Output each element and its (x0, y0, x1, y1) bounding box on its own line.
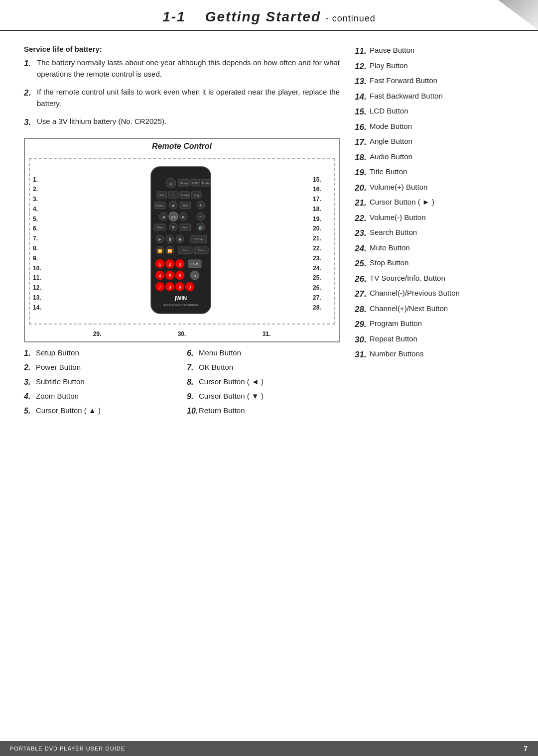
svg-text:↺: ↺ (193, 274, 196, 278)
svg-text:🔊: 🔊 (198, 225, 203, 230)
bottom-list-text-2: Power Button (36, 362, 81, 373)
right-list-num-6: 16. (355, 121, 370, 134)
right-list-num-21: 31. (355, 348, 370, 361)
right-list-num-8: 18. (355, 151, 370, 164)
svg-text:□: □ (172, 194, 174, 197)
bottom-list-text-4: Zoom Button (36, 391, 79, 402)
bottom-list-text-1: Setup Button (36, 347, 79, 359)
bottom-list-num-7: 7. (187, 362, 199, 374)
svg-text:▼: ▼ (171, 225, 176, 230)
right-list: 11.Pause Button12.Play Button13.Fast For… (355, 45, 514, 361)
svg-text:⏪: ⏪ (157, 248, 162, 253)
battery-item-3-num: 3. (24, 116, 37, 129)
svg-text:0: 0 (188, 285, 191, 290)
svg-text:5: 5 (168, 273, 171, 278)
svg-text:4: 4 (158, 273, 161, 278)
bottom-list-text-5: Cursor Button ( ▲ ) (36, 405, 101, 417)
svg-text:Ang: Ang (194, 194, 199, 197)
right-list-item-9: 19.Title Button (355, 166, 514, 179)
svg-text:JD-TV108 REMOTE CONTROL: JD-TV108 REMOTE CONTROL (163, 304, 198, 307)
bottom-list-text-9: Cursor Button ( ▼ ) (199, 391, 264, 402)
right-list-text-18: Channel(+)/Next Button (370, 303, 448, 315)
bottom-list-num-10: 10. (187, 405, 199, 417)
battery-item-2: 2. If the remote control unit fails to w… (24, 87, 340, 109)
right-list-text-8: Audio Button (370, 151, 412, 163)
right-list-text-12: Volume(-) Button (370, 212, 426, 223)
bottom-list-item-10: 10.Return Button (187, 405, 340, 417)
battery-list: 1. The battery normally lasts about one … (24, 57, 340, 129)
right-list-num-13: 23. (355, 227, 370, 240)
right-list-num-11: 21. (355, 197, 370, 210)
right-list-item-14: 24.Mute Button (355, 242, 514, 255)
bottom-list-text-8: Cursor Button ( ◄ ) (199, 376, 264, 388)
bottom-list-num-1: 1. (24, 347, 36, 359)
bottom-list-item-9: 9.Cursor Button ( ▼ ) (187, 391, 340, 403)
remote-control-box: Remote Control 1. 2. 3. 4. 5. 6. 7. 8. 9… (24, 138, 340, 342)
right-list-text-4: Fast Backward Button (370, 91, 443, 102)
bottom-list-item-2: 2.Power Button (24, 362, 177, 374)
right-list-text-9: Title Button (370, 166, 407, 178)
remote-image: ⏻ Setup LCD Mode Sub □ Zoom (49, 164, 313, 319)
right-list-text-5: LCD Button (370, 106, 408, 117)
remote-bottom-nums: 29. 30. 31. (25, 328, 339, 341)
left-column: Service life of battery: 1. The battery … (24, 45, 340, 420)
right-list-text-19: Program Button (370, 318, 422, 329)
right-list-num-12: 22. (355, 212, 370, 225)
bottom-list-item-7: 7.OK Button (187, 362, 340, 374)
svg-text:2: 2 (168, 262, 171, 267)
right-list-text-13: Search Button (370, 227, 417, 238)
right-list-text-14: Mute Button (370, 242, 410, 254)
footer-label: PORTABLE DVD PLAYER USER GUIDE (10, 746, 125, 752)
right-list-num-1: 11. (355, 45, 370, 58)
svg-text:⏸: ⏸ (168, 237, 172, 242)
bottom-list-num-4: 4. (24, 391, 36, 403)
right-list-num-15: 25. (355, 257, 370, 270)
right-list-item-15: 25.Stop Button (355, 257, 514, 270)
svg-text:CH−: CH− (182, 249, 189, 252)
svg-text:−: − (199, 214, 202, 219)
battery-item-1-text: The battery normally lasts about one yea… (37, 57, 340, 80)
svg-text:OK: OK (171, 216, 176, 219)
svg-text:◄: ◄ (161, 215, 166, 219)
remote-box-title: Remote Control (25, 139, 339, 154)
right-list-item-7: 17.Angle Button (355, 136, 514, 149)
svg-text:jWIN: jWIN (174, 295, 187, 301)
right-list-num-7: 17. (355, 136, 370, 149)
right-list-num-2: 12. (355, 60, 370, 73)
bottom-list-num-6: 6. (187, 347, 199, 359)
right-list-text-2: Play Button (370, 60, 408, 72)
right-list-text-7: Angle Button (370, 136, 412, 147)
page-header: 1-1 Getting Started - continued (0, 0, 538, 31)
bottom-list-num-2: 2. (24, 362, 36, 374)
right-list-text-1: Pause Button (370, 45, 414, 56)
battery-section-title: Service life of battery: (24, 45, 340, 53)
svg-text:LCD: LCD (192, 182, 199, 185)
continued-label: - continued (326, 13, 376, 23)
remote-svg: ⏻ Setup LCD Mode Sub □ Zoom (141, 164, 221, 319)
right-list-item-19: 29.Program Button (355, 318, 514, 331)
battery-item-3: 3. Use a 3V lithium battery (No. CR2025)… (24, 116, 340, 129)
battery-item-1: 1. The battery normally lasts about one … (24, 57, 340, 80)
right-list-item-11: 21.Cursor Button ( ► ) (355, 197, 514, 210)
right-list-num-14: 24. (355, 242, 370, 255)
bottom-list-item-8: 8.Cursor Button ( ◄ ) (187, 376, 340, 388)
footer-page: 7 (524, 745, 528, 753)
svg-text:1: 1 (158, 262, 161, 267)
bottom-list-text-3: Subtitle Button (36, 376, 85, 388)
remote-nums-left: 1. 2. 3. 4. 5. 6. 7. 8. 9. 10. 11. 12. 1… (33, 164, 49, 313)
right-list-num-9: 19. (355, 166, 370, 179)
bottom-list-text-10: Return Button (199, 405, 245, 417)
right-list-item-1: 11.Pause Button (355, 45, 514, 58)
svg-text:3: 3 (178, 262, 181, 267)
svg-text:Zoom: Zoom (181, 194, 188, 197)
svg-text:■: ■ (178, 237, 181, 242)
bottom-list-num-5: 5. (24, 405, 36, 417)
remote-box-content: 1. 2. 3. 4. 5. 6. 7. 8. 9. 10. 11. 12. 1… (29, 158, 335, 324)
right-list-item-6: 16.Mode Button (355, 121, 514, 134)
bottom-list-num-9: 9. (187, 391, 199, 403)
right-list-num-4: 14. (355, 91, 370, 104)
svg-text:Setup: Setup (180, 182, 188, 185)
battery-item-1-num: 1. (24, 57, 37, 70)
right-list-text-15: Stop Button (370, 257, 408, 269)
right-list-num-17: 27. (355, 288, 370, 301)
